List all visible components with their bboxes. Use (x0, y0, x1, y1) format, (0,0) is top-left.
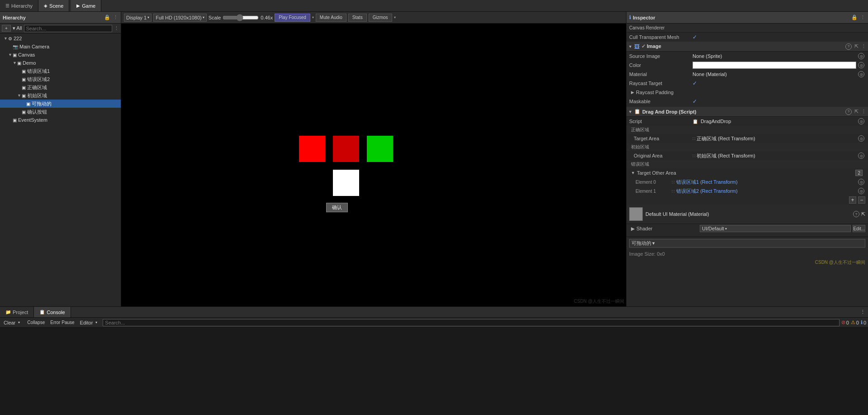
hierarchy-more-icon[interactable]: ⋮ (114, 25, 119, 31)
shader-dropdown[interactable]: UI/Default ▾ (700, 225, 851, 232)
tree-item-main-camera[interactable]: 📷 Main Camera (0, 43, 121, 51)
label-main-camera: Main Camera (19, 44, 49, 49)
color-row: Color ◎ (626, 61, 868, 70)
add-element-button[interactable]: + (849, 196, 856, 204)
tree-item-initial[interactable]: ▼ ▣ 初始区域 (0, 91, 121, 100)
tab-game[interactable]: ▶ Game (71, 0, 101, 11)
target-other-arrow: ▼ (631, 171, 635, 175)
correct-area-section: 正确区域 (626, 126, 868, 134)
image-component-icon: 🖼 (634, 43, 640, 50)
tree-item-confirm-btn[interactable]: ▣ 确认按钮 (0, 108, 121, 116)
hierarchy-search[interactable] (24, 25, 112, 32)
tab-project[interactable]: 📁 Project (0, 307, 34, 317)
lock-icon[interactable]: 🔒 (104, 14, 110, 20)
raycast-target-value: ✓ (693, 80, 865, 86)
tree-item-demo[interactable]: ▼ ▣ Demo (0, 59, 121, 67)
raycast-checkmark[interactable]: ✓ (693, 80, 697, 86)
array-controls-row: + − (626, 196, 868, 205)
color-swatch[interactable] (693, 62, 856, 69)
original-area-select-icon[interactable]: ◎ (858, 153, 864, 159)
image-menu-icon[interactable]: ⋮ (861, 43, 866, 50)
source-image-select-icon[interactable]: ◎ (858, 53, 864, 59)
center-area: Display 1 ▾ Full HD (1920x1080) ▾ Scale … (121, 12, 626, 306)
cull-transparent-label: Cull Transparent Mesh (629, 34, 693, 40)
error-pause-button[interactable]: Error Pause (48, 320, 76, 325)
maskable-checkmark[interactable]: ✓ (693, 98, 697, 105)
play-focused-button[interactable]: Play Focused (275, 14, 310, 22)
tree-item-eventsystem[interactable]: ▣ EventSystem (0, 116, 121, 124)
game-icon: ▶ (76, 3, 80, 8)
green-square (367, 136, 393, 162)
stats-button[interactable]: Stats (348, 14, 367, 22)
bottom-more-icon[interactable]: ⋮ (860, 309, 868, 315)
console-icon: 📋 (39, 310, 45, 315)
tree-item-draggable[interactable]: ▣ 可拖动的 (0, 100, 121, 108)
gizmos-button[interactable]: Gizmos (369, 14, 392, 22)
tree-item-error2[interactable]: ▣ 错误区域2 (0, 75, 121, 83)
editor-button[interactable]: Editor ▾ (78, 320, 101, 326)
resolution-dropdown[interactable]: Full HD (1920x1080) ▾ (153, 14, 207, 22)
icon-main-camera: 📷 (13, 44, 18, 49)
tree-item-canvas[interactable]: ▼ ▣ Canvas (0, 51, 121, 59)
insp-lock-icon[interactable]: 🔒 (851, 14, 858, 20)
drag-drop-collapse-arrow: ▼ (628, 110, 632, 114)
drag-drop-icons: ? ⇱ ⋮ (845, 109, 866, 115)
insp-more-icon[interactable]: ⋮ (860, 14, 865, 20)
tree-item-error1[interactable]: ▣ 错误区域1 (0, 67, 121, 75)
tree-item-correct[interactable]: ▣ 正确区域 (0, 83, 121, 91)
image-help-icon[interactable]: ? (845, 43, 852, 50)
element0-select-icon[interactable]: ◎ (858, 179, 864, 185)
tab-hierarchy[interactable]: ☰ Hierarchy (0, 0, 38, 11)
material-thumbnail (629, 207, 643, 221)
original-area-text: 初始区域 (Rect Transform) (697, 153, 755, 158)
tree-item-222[interactable]: ▼ ⚙ 222 (0, 34, 121, 43)
material-row-img: Material None (Material) ◎ (626, 70, 868, 79)
display-dropdown[interactable]: Display 1 ▾ (124, 14, 152, 22)
white-square[interactable] (333, 170, 359, 196)
more-icon[interactable]: ⋮ (113, 14, 118, 20)
drag-drop-help-icon[interactable]: ? (845, 109, 852, 115)
image-component-header[interactable]: ▼ 🖼 ✓ Image ? ⇱ ⋮ (626, 42, 868, 52)
tag-dropdown[interactable]: 可拖动的 ▾ (629, 239, 865, 248)
console-search-input[interactable] (103, 319, 839, 326)
hierarchy-separator1: ▾ All (13, 25, 22, 31)
drag-drop-header[interactable]: ▼ 📋 Drag And Drop (Script) ? ⇱ ⋮ (626, 107, 868, 117)
clear-button[interactable]: Clear ▾ (2, 320, 24, 326)
editor-label: Editor (80, 320, 93, 325)
target-area-row: Target Area ∷ 正确区域 (Rect Transform) ◎ (626, 134, 868, 143)
cull-transparent-value: ✓ (693, 34, 865, 40)
image-expand-icon[interactable]: ⇱ (854, 43, 859, 50)
tab-scene[interactable]: ◈ Scene (38, 0, 69, 11)
error-area-section: 错误区域 (626, 160, 868, 168)
display-arrow: ▾ (147, 15, 149, 19)
gizmos-arrow[interactable]: ▾ (394, 15, 396, 19)
material-select-icon[interactable]: ◎ (858, 71, 864, 77)
confirm-button[interactable]: 确认 (326, 203, 348, 212)
image-collapse-arrow: ▼ (628, 44, 632, 49)
color-select-icon[interactable]: ◎ (858, 62, 864, 68)
shader-edit-button[interactable]: Edit... (853, 225, 865, 232)
add-button[interactable]: + (2, 25, 11, 32)
target-area-select-icon[interactable]: ◎ (858, 135, 864, 142)
cull-checkmark[interactable]: ✓ (693, 34, 697, 40)
display-label: Display 1 (126, 15, 147, 20)
mute-audio-button[interactable]: Mute Audio (316, 14, 346, 22)
arrow-canvas: ▼ (8, 52, 13, 57)
material-expand-icon[interactable]: ⇱ (861, 211, 865, 217)
canvas-renderer-title: Canvas Renderer (626, 24, 868, 33)
element0-text: 错误区域1 (Rect Transform) (676, 179, 738, 186)
remove-element-button[interactable]: − (858, 196, 865, 204)
shader-arrow: ▶ (631, 226, 635, 232)
tab-console[interactable]: 📋 Console (34, 307, 71, 317)
red-square-1 (299, 136, 325, 162)
icon-error1: ▣ (22, 69, 26, 74)
scale-slider[interactable] (223, 14, 259, 21)
drag-drop-expand-icon[interactable]: ⇱ (854, 109, 859, 115)
element0-row: Element 0 ∷ 错误区域1 (Rect Transform) ◎ (626, 177, 868, 186)
drag-drop-menu-icon[interactable]: ⋮ (861, 109, 866, 115)
play-focused-arrow[interactable]: ▾ (312, 15, 314, 19)
script-select-icon[interactable]: ◎ (858, 118, 864, 124)
material-help-icon[interactable]: ? (853, 211, 859, 217)
collapse-button[interactable]: Collapse (25, 320, 47, 325)
element1-select-icon[interactable]: ◎ (858, 188, 864, 194)
